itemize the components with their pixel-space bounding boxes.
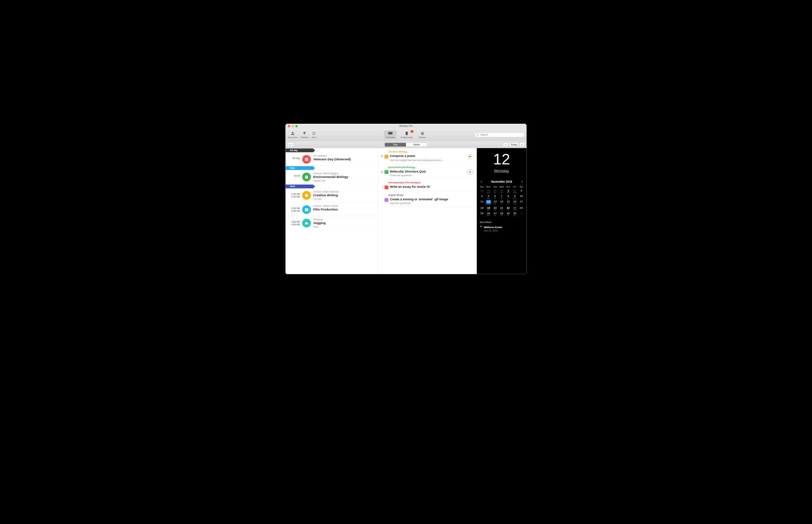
chevron-right-icon	[521, 143, 523, 146]
today-button[interactable]: Today	[509, 142, 519, 146]
chevron-left-icon	[480, 180, 483, 183]
cal-next-month[interactable]	[520, 180, 524, 183]
add-button[interactable]	[287, 142, 294, 146]
calendar-day[interactable]: 25	[479, 211, 485, 216]
calendar-day[interactable]: 11	[479, 199, 485, 206]
calendar-day[interactable]: 6	[492, 194, 498, 199]
calendar-day[interactable]: 9	[511, 194, 518, 199]
assignment-title: Create a moving or 'animated' .gif image	[390, 198, 473, 201]
titlebar: iStudiez Pro	[285, 124, 526, 128]
schedule-item[interactable]: 32:25Lecture, Diane HigginsEnvironmental…	[285, 170, 378, 184]
prev-day-button[interactable]	[503, 142, 508, 146]
calendar-day[interactable]: 14	[498, 199, 505, 206]
event-icon	[302, 218, 311, 227]
schedule-item[interactable]: All-day12US HolidaysVeterans Day (observ…	[285, 152, 378, 166]
assignment-item[interactable]: Creative Writing!!Compose a poemUse the …	[378, 148, 477, 163]
event-time: 32:25	[285, 172, 300, 182]
calendar-day[interactable]: 21	[498, 206, 505, 211]
assignment-sub: Use the Imagist handout and sample poems…	[390, 159, 465, 161]
assignment-checkbox[interactable]	[385, 170, 388, 174]
calendar-day[interactable]: 17	[518, 199, 525, 206]
calendar-day[interactable]: 1	[505, 188, 511, 194]
calendar-day[interactable]: 26	[485, 211, 492, 216]
event-title: Film Production	[313, 208, 375, 212]
assignment-priority	[380, 198, 383, 198]
schedule-item[interactable]: 2:50 PM3:50 PMLecture, James TurnerFilm …	[285, 203, 378, 216]
holidays-button[interactable]: Holidays	[301, 131, 309, 138]
assignment-item[interactable]: Environmental Biology!!Molecular Structu…	[378, 163, 477, 179]
event-title: Environmental Biology	[313, 175, 375, 179]
chevron-right-icon	[521, 180, 523, 183]
calendar-day[interactable]: 20	[492, 206, 498, 211]
seg-day[interactable]: Day	[385, 143, 406, 146]
upcoming-item[interactable]: Midterm Exam Nov 23, 2018	[480, 225, 524, 232]
cal-prev-month[interactable]	[480, 180, 483, 183]
calendar-day[interactable]: 29	[505, 211, 511, 216]
person-icon	[291, 131, 295, 135]
svg-text:12: 12	[306, 159, 308, 161]
tab-planner[interactable]: Planner	[417, 131, 428, 139]
assignment-title: Compose a poem	[390, 154, 465, 158]
cal-dow: Mon	[485, 185, 492, 188]
calendar-day[interactable]: 27	[492, 211, 498, 216]
event-meta: Lecture, James Turner	[313, 204, 375, 207]
calendar-day[interactable]: 10	[518, 194, 525, 199]
cal-title: November 2018	[491, 180, 512, 183]
assignment-title: Write an essay for movie #5	[390, 185, 473, 189]
tab-assignments[interactable]: 4 Assignments	[399, 131, 414, 139]
assignment-item[interactable]: Digital MediaCreate a moving or 'animate…	[378, 192, 477, 207]
calendar-day[interactable]: 15	[505, 199, 511, 206]
calendar-day[interactable]: 28	[479, 188, 485, 194]
schedule-item[interactable]: 1:00 PM2:45 PMLecture, Adam SpencerCreat…	[285, 189, 378, 203]
assignment-priority: !!	[380, 154, 383, 158]
assignment-item[interactable]: Documentary Film Analysis!Write an essay…	[378, 179, 477, 192]
assignment-checkbox[interactable]	[385, 185, 388, 189]
calendar-day[interactable]: 7	[498, 194, 505, 199]
assignment-checkbox[interactable]	[385, 198, 388, 202]
event-meta: US Holidays	[313, 154, 375, 157]
columns-icon	[419, 131, 425, 135]
toolbar-center: Overview 4 Assignments Planner	[384, 131, 428, 139]
calendar-day[interactable]: 16	[511, 199, 518, 206]
calendar-day[interactable]: 1	[518, 211, 525, 216]
calendar-day[interactable]: 18	[479, 206, 485, 211]
sync-button[interactable]: Sync	[312, 131, 316, 138]
search-input[interactable]	[480, 133, 523, 136]
subtoolbar: Day Week Today	[285, 141, 526, 148]
calendar-day[interactable]: 3	[518, 188, 525, 194]
calendar-day[interactable]: 24	[518, 206, 525, 211]
calendar-day[interactable]: 28	[498, 211, 505, 216]
instructors-button[interactable]: Instructors	[288, 131, 298, 138]
sidebar-day-number: 12	[477, 151, 527, 167]
calendar-day[interactable]: 30	[511, 211, 518, 216]
calendar-day[interactable]: 22	[505, 206, 511, 211]
section-tag-allday: All-day	[285, 148, 313, 152]
calendar-day[interactable]: 4	[479, 194, 485, 199]
tab-overview[interactable]: Overview	[384, 131, 397, 139]
calendar-day[interactable]: 8	[505, 194, 511, 199]
event-title: Creative Writing	[313, 194, 375, 197]
assignment-priority: !	[380, 185, 383, 189]
calendar-day[interactable]: 5	[485, 194, 492, 199]
calendar-day[interactable]: 31	[498, 188, 505, 194]
toolbar-label: Holidays	[301, 136, 309, 138]
cal-dow: Sat	[518, 185, 525, 188]
book-icon	[387, 131, 393, 135]
calendar-day[interactable]: 19	[485, 206, 492, 211]
calendar-day[interactable]: 23	[511, 206, 518, 211]
calendar-day[interactable]: 2	[511, 188, 518, 194]
search-box[interactable]	[475, 132, 524, 137]
sidebar-date: 12 Monday	[477, 148, 527, 179]
event-meta: Lecture, Diane Higgins	[313, 172, 375, 175]
event-icon	[302, 191, 311, 200]
event-time: 2:50 PM3:50 PM	[285, 204, 300, 214]
calendar-day[interactable]: 30	[492, 188, 498, 194]
seg-week[interactable]: Week	[406, 143, 427, 146]
calendar-day[interactable]: 29	[485, 188, 492, 194]
calendar-day[interactable]: 12	[485, 199, 492, 206]
toolbar: Instructors Holidays Sync Overview 4 Ass…	[285, 129, 526, 141]
schedule-item[interactable]: 4:00 PM4:45 PMPracticalJoggingPark	[285, 216, 378, 230]
assignment-checkbox[interactable]	[385, 155, 388, 159]
next-day-button[interactable]	[519, 142, 525, 146]
calendar-day[interactable]: 13	[492, 199, 498, 206]
